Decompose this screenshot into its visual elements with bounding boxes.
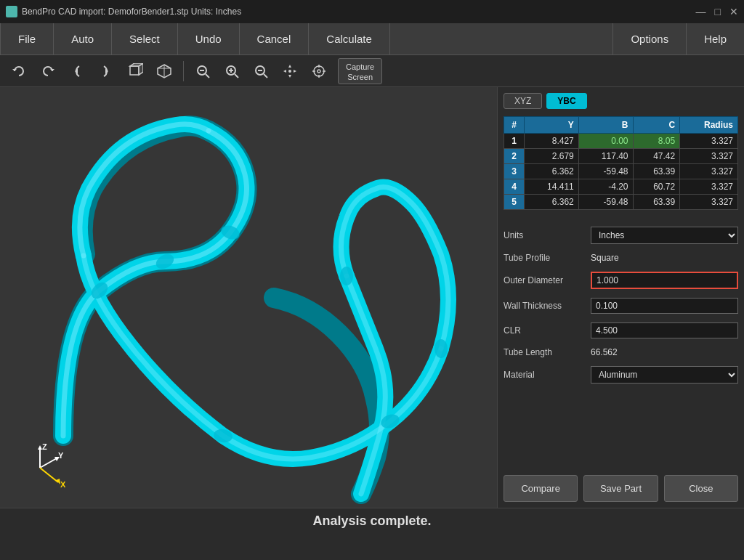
tool-pan[interactable]	[277, 58, 303, 84]
cell-c: 8.05	[633, 134, 680, 149]
svg-line-16	[235, 74, 238, 78]
units-select[interactable]: Inches Millimeters	[591, 227, 738, 244]
clr-label: CLR	[504, 325, 591, 336]
svg-marker-20	[288, 65, 291, 68]
menu-calculate[interactable]: Calculate	[309, 23, 390, 54]
col-header-y: Y	[525, 117, 579, 134]
close-button[interactable]: Close	[664, 475, 738, 502]
table-row[interactable]: 22.679117.4047.423.327	[504, 149, 738, 164]
material-label: Material	[504, 370, 591, 380]
tab-xyz[interactable]: XYZ	[504, 93, 542, 109]
save-part-button[interactable]: Save Part	[583, 475, 658, 502]
minimize-button[interactable]: —	[696, 6, 706, 17]
menu-options[interactable]: Options	[612, 23, 686, 54]
svg-marker-23	[294, 70, 296, 73]
status-bar: Analysis complete.	[0, 508, 744, 534]
units-row: Units Inches Millimeters	[504, 227, 738, 244]
table-row[interactable]: 414.411-4.2060.723.327	[504, 179, 738, 195]
cell-y: 6.362	[525, 195, 579, 210]
svg-marker-21	[288, 75, 291, 78]
tube-profile-row: Tube Profile Square	[504, 253, 738, 263]
menu-undo[interactable]: Undo	[178, 23, 240, 54]
col-header-b: B	[578, 117, 633, 134]
cell-radius: 3.327	[680, 179, 738, 195]
maximize-button[interactable]: □	[715, 6, 721, 17]
tool-rotate-right[interactable]	[35, 58, 61, 84]
svg-point-26	[318, 70, 320, 73]
cell-radius: 3.327	[680, 149, 738, 164]
cell-b: 117.40	[578, 149, 633, 164]
menu-cancel[interactable]: Cancel	[240, 23, 310, 54]
outer-diameter-input[interactable]	[591, 272, 738, 289]
tool-pan-left[interactable]	[64, 58, 90, 84]
units-label: Units	[504, 230, 591, 240]
close-window-button[interactable]: ✕	[729, 6, 738, 17]
outer-diameter-label: Outer Diameter	[504, 275, 591, 285]
tool-rotate-left[interactable]	[6, 58, 32, 84]
cell-id: 3	[504, 164, 525, 179]
wall-thickness-input[interactable]	[591, 298, 738, 314]
svg-point-38	[340, 267, 353, 285]
tool-pan-right[interactable]	[93, 58, 119, 84]
svg-line-45	[40, 468, 58, 482]
cell-id: 2	[504, 149, 525, 164]
tool-center[interactable]	[306, 58, 332, 84]
compare-button[interactable]: Compare	[504, 475, 578, 502]
tool-zoom-fit[interactable]	[248, 58, 274, 84]
menu-select[interactable]: Select	[112, 23, 178, 54]
tube-length-row: Tube Length 66.562	[504, 347, 738, 357]
tab-ybc[interactable]: YBC	[546, 93, 586, 109]
right-panel: XYZ YBC # Y B C Radius 18.4270.008.053.3…	[497, 87, 744, 508]
tube-length-label: Tube Length	[504, 347, 591, 357]
tool-cube-front[interactable]	[122, 58, 148, 84]
svg-point-37	[434, 339, 448, 358]
svg-marker-22	[283, 70, 286, 73]
col-header-radius: Radius	[680, 117, 738, 134]
clr-input[interactable]	[591, 322, 738, 338]
cell-b: -4.20	[578, 179, 633, 195]
svg-text:Z: Z	[42, 442, 47, 451]
cell-id: 5	[504, 195, 525, 210]
window-title: BendPro CAD import: DemoforBender1.stp U…	[22, 7, 696, 17]
cell-c: 47.42	[633, 149, 680, 164]
cell-y: 14.411	[525, 179, 579, 195]
cell-y: 6.362	[525, 164, 579, 179]
col-header-c: C	[633, 117, 680, 134]
table-row[interactable]: 36.362-59.4863.393.327	[504, 164, 738, 179]
svg-rect-4	[130, 66, 139, 75]
col-header-num: #	[504, 117, 525, 134]
table-row[interactable]: 56.362-59.4863.393.327	[504, 195, 738, 210]
svg-marker-0	[12, 69, 17, 71]
svg-line-42	[40, 458, 57, 468]
viewport[interactable]: Z Y X	[0, 87, 497, 508]
svg-text:Y: Y	[58, 451, 64, 460]
toolbar: Capture Screen	[0, 55, 744, 87]
svg-point-24	[288, 70, 291, 73]
tube-profile-label: Tube Profile	[504, 253, 591, 263]
svg-point-25	[314, 66, 324, 76]
tube-visualization	[0, 87, 497, 508]
menu-help[interactable]: Help	[686, 23, 744, 54]
tool-cube-iso[interactable]	[151, 58, 177, 84]
cell-b: -59.48	[578, 164, 633, 179]
tool-zoom-out[interactable]	[190, 58, 216, 84]
capture-screen-button[interactable]: Capture Screen	[338, 58, 382, 84]
svg-text:X: X	[60, 480, 65, 489]
outer-diameter-row: Outer Diameter	[504, 272, 738, 289]
tube-length-value: 66.562	[591, 347, 618, 357]
app-icon	[6, 6, 17, 17]
coord-tabs: XYZ YBC	[504, 93, 738, 109]
cell-radius: 3.327	[680, 134, 738, 149]
axis-indicator: Z Y X	[15, 442, 65, 493]
table-row[interactable]: 18.4270.008.053.327	[504, 134, 738, 149]
svg-marker-1	[50, 69, 54, 71]
menu-auto[interactable]: Auto	[54, 23, 112, 54]
menu-file[interactable]: File	[0, 23, 54, 54]
material-select[interactable]: Aluminum Steel Stainless Steel Copper	[591, 366, 738, 384]
cell-radius: 3.327	[680, 164, 738, 179]
cell-b: 0.00	[578, 134, 633, 149]
tool-zoom-in[interactable]	[219, 58, 245, 84]
wall-thickness-label: Wall Thickness	[504, 301, 591, 311]
cell-y: 8.427	[525, 134, 579, 149]
svg-line-18	[264, 74, 267, 78]
